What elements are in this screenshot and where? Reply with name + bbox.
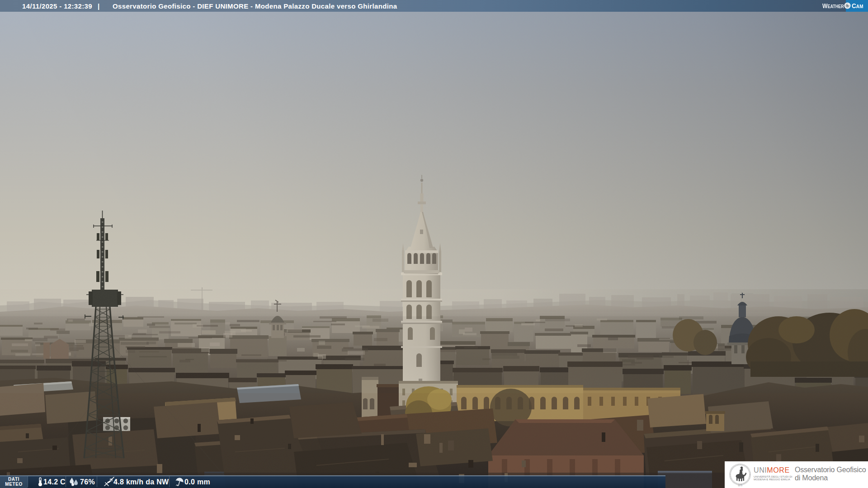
svg-text:1175: 1175 bbox=[738, 484, 742, 487]
